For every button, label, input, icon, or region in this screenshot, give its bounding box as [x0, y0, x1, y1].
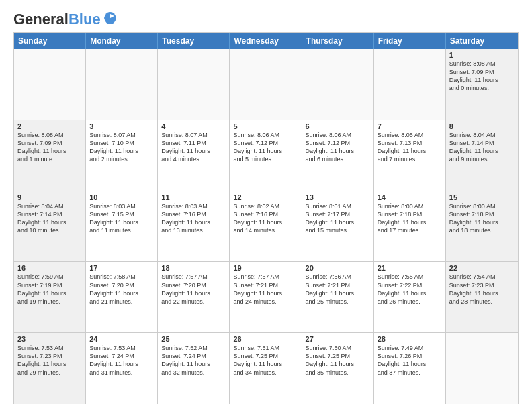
day-cell: 13Sunrise: 8:01 AM Sunset: 7:17 PM Dayli…	[302, 191, 374, 262]
day-number: 27	[306, 335, 370, 343]
day-cell: 24Sunrise: 7:53 AM Sunset: 7:24 PM Dayli…	[86, 333, 158, 404]
day-info: Sunrise: 8:05 AM Sunset: 7:13 PM Dayligh…	[378, 131, 442, 164]
day-number: 3	[89, 122, 154, 130]
day-cell: 9Sunrise: 8:04 AM Sunset: 7:14 PM Daylig…	[14, 191, 86, 262]
day-number: 4	[161, 122, 226, 130]
day-info: Sunrise: 8:06 AM Sunset: 7:12 PM Dayligh…	[306, 131, 370, 164]
day-number: 19	[233, 264, 298, 272]
day-info: Sunrise: 8:03 AM Sunset: 7:15 PM Dayligh…	[89, 202, 154, 235]
day-cell: 19Sunrise: 7:57 AM Sunset: 7:21 PM Dayli…	[230, 262, 302, 332]
day-info: Sunrise: 8:01 AM Sunset: 7:17 PM Dayligh…	[306, 202, 370, 235]
day-cell: 26Sunrise: 7:51 AM Sunset: 7:25 PM Dayli…	[230, 333, 302, 404]
day-number: 24	[89, 335, 154, 343]
day-cell: 1Sunrise: 8:08 AM Sunset: 7:09 PM Daylig…	[446, 49, 518, 120]
day-info: Sunrise: 7:49 AM Sunset: 7:26 PM Dayligh…	[378, 344, 442, 377]
day-number: 28	[378, 335, 442, 343]
day-cell: 14Sunrise: 8:00 AM Sunset: 7:18 PM Dayli…	[374, 191, 446, 262]
day-cell: 23Sunrise: 7:53 AM Sunset: 7:23 PM Dayli…	[14, 333, 86, 404]
day-info: Sunrise: 7:53 AM Sunset: 7:23 PM Dayligh…	[17, 344, 82, 377]
day-number: 10	[89, 193, 154, 201]
day-number: 8	[449, 122, 515, 130]
logo-blue: Blue	[69, 11, 101, 28]
day-info: Sunrise: 7:52 AM Sunset: 7:24 PM Dayligh…	[161, 344, 226, 377]
day-cell: 28Sunrise: 7:49 AM Sunset: 7:26 PM Dayli…	[374, 333, 446, 404]
day-cell: 16Sunrise: 7:59 AM Sunset: 7:19 PM Dayli…	[14, 262, 86, 332]
week-row: 9Sunrise: 8:04 AM Sunset: 7:14 PM Daylig…	[14, 191, 518, 262]
day-cell	[158, 49, 230, 120]
day-cell: 11Sunrise: 8:03 AM Sunset: 7:16 PM Dayli…	[158, 191, 230, 262]
day-headers: SundayMondayTuesdayWednesdayThursdayFrid…	[14, 33, 518, 49]
day-number: 21	[378, 264, 442, 272]
day-number: 20	[306, 264, 370, 272]
day-number: 25	[161, 335, 226, 343]
day-cell: 7Sunrise: 8:05 AM Sunset: 7:13 PM Daylig…	[374, 120, 446, 191]
day-info: Sunrise: 7:53 AM Sunset: 7:24 PM Dayligh…	[89, 344, 154, 377]
day-number: 6	[306, 122, 370, 130]
day-info: Sunrise: 8:07 AM Sunset: 7:10 PM Dayligh…	[89, 131, 154, 164]
day-cell: 18Sunrise: 7:57 AM Sunset: 7:20 PM Dayli…	[158, 262, 230, 332]
day-header: Thursday	[302, 33, 374, 49]
day-number: 13	[306, 193, 370, 201]
day-number: 15	[449, 193, 515, 201]
day-info: Sunrise: 8:08 AM Sunset: 7:09 PM Dayligh…	[17, 131, 82, 164]
logo: GeneralBlue	[13, 12, 118, 27]
day-header: Sunday	[14, 33, 86, 49]
header: GeneralBlue	[13, 12, 519, 27]
day-number: 14	[378, 193, 442, 201]
day-number: 17	[89, 264, 154, 272]
day-cell: 8Sunrise: 8:04 AM Sunset: 7:14 PM Daylig…	[446, 120, 518, 191]
logo-general: General	[13, 11, 69, 28]
day-cell	[86, 49, 158, 120]
week-row: 2Sunrise: 8:08 AM Sunset: 7:09 PM Daylig…	[14, 120, 518, 191]
day-cell	[446, 333, 518, 404]
day-number: 1	[449, 51, 515, 59]
day-cell: 6Sunrise: 8:06 AM Sunset: 7:12 PM Daylig…	[302, 120, 374, 191]
day-info: Sunrise: 8:04 AM Sunset: 7:14 PM Dayligh…	[449, 131, 515, 164]
day-cell: 17Sunrise: 7:58 AM Sunset: 7:20 PM Dayli…	[86, 262, 158, 332]
day-info: Sunrise: 8:00 AM Sunset: 7:18 PM Dayligh…	[449, 202, 515, 235]
calendar: SundayMondayTuesdayWednesdayThursdayFrid…	[13, 32, 519, 404]
day-number: 2	[17, 122, 82, 130]
day-cell	[230, 49, 302, 120]
day-cell: 2Sunrise: 8:08 AM Sunset: 7:09 PM Daylig…	[14, 120, 86, 191]
day-cell: 27Sunrise: 7:50 AM Sunset: 7:25 PM Dayli…	[302, 333, 374, 404]
day-info: Sunrise: 8:02 AM Sunset: 7:16 PM Dayligh…	[233, 202, 298, 235]
day-number: 18	[161, 264, 226, 272]
day-cell	[374, 49, 446, 120]
day-cell: 15Sunrise: 8:00 AM Sunset: 7:18 PM Dayli…	[446, 191, 518, 262]
day-info: Sunrise: 7:55 AM Sunset: 7:22 PM Dayligh…	[378, 273, 442, 306]
week-row: 23Sunrise: 7:53 AM Sunset: 7:23 PM Dayli…	[14, 332, 518, 404]
day-header: Monday	[86, 33, 158, 49]
day-number: 7	[378, 122, 442, 130]
logo-icon	[103, 11, 118, 26]
day-cell	[302, 49, 374, 120]
page: GeneralBlue SundayMondayTuesdayWednesday…	[0, 0, 532, 411]
day-cell: 5Sunrise: 8:06 AM Sunset: 7:12 PM Daylig…	[230, 120, 302, 191]
day-number: 11	[161, 193, 226, 201]
day-info: Sunrise: 7:51 AM Sunset: 7:25 PM Dayligh…	[233, 344, 298, 377]
day-cell: 21Sunrise: 7:55 AM Sunset: 7:22 PM Dayli…	[374, 262, 446, 332]
day-number: 22	[449, 264, 515, 272]
day-number: 12	[233, 193, 298, 201]
day-info: Sunrise: 7:57 AM Sunset: 7:21 PM Dayligh…	[233, 273, 298, 306]
day-cell: 12Sunrise: 8:02 AM Sunset: 7:16 PM Dayli…	[230, 191, 302, 262]
day-info: Sunrise: 8:08 AM Sunset: 7:09 PM Dayligh…	[449, 60, 515, 93]
day-cell: 10Sunrise: 8:03 AM Sunset: 7:15 PM Dayli…	[86, 191, 158, 262]
day-cell: 22Sunrise: 7:54 AM Sunset: 7:23 PM Dayli…	[446, 262, 518, 332]
day-number: 23	[17, 335, 82, 343]
day-header: Wednesday	[230, 33, 302, 49]
week-row: 1Sunrise: 8:08 AM Sunset: 7:09 PM Daylig…	[14, 49, 518, 120]
day-info: Sunrise: 7:56 AM Sunset: 7:21 PM Dayligh…	[306, 273, 370, 306]
day-number: 5	[233, 122, 298, 130]
day-header: Friday	[374, 33, 446, 49]
day-info: Sunrise: 8:03 AM Sunset: 7:16 PM Dayligh…	[161, 202, 226, 235]
day-info: Sunrise: 7:59 AM Sunset: 7:19 PM Dayligh…	[17, 273, 82, 306]
week-row: 16Sunrise: 7:59 AM Sunset: 7:19 PM Dayli…	[14, 261, 518, 332]
day-info: Sunrise: 8:04 AM Sunset: 7:14 PM Dayligh…	[17, 202, 82, 235]
day-info: Sunrise: 7:50 AM Sunset: 7:25 PM Dayligh…	[306, 344, 370, 377]
day-cell: 20Sunrise: 7:56 AM Sunset: 7:21 PM Dayli…	[302, 262, 374, 332]
day-header: Tuesday	[158, 33, 230, 49]
day-cell: 25Sunrise: 7:52 AM Sunset: 7:24 PM Dayli…	[158, 333, 230, 404]
day-number: 26	[233, 335, 298, 343]
day-number: 9	[17, 193, 82, 201]
